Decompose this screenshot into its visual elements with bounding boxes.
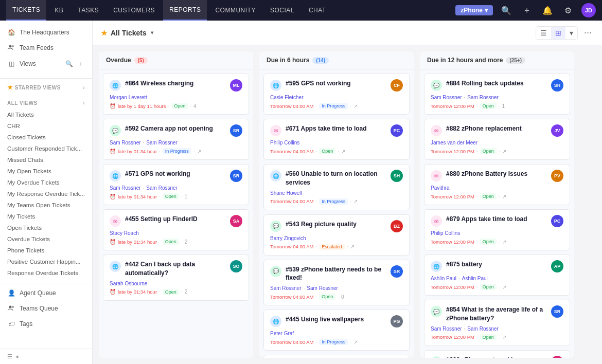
assignee1-name: Sarah Osbourne [110,281,147,286]
card-title: #884 Rolling back updates [446,79,547,88]
svg-point-3 [12,306,14,308]
link-icon[interactable]: ↗ [350,244,355,249]
sidebar-view-item[interactable]: Overdue Tickets [0,233,92,245]
link-icon[interactable]: ↗ [502,334,506,340]
card-header: ✉ #671 Apps take time to load PC [270,124,403,137]
grid-view-button[interactable]: ⊞ [551,27,565,39]
notification-icon[interactable]: 🔔 [540,3,555,17]
sidebar-view-item[interactable]: My Teams Open Tickets [0,199,92,211]
ticket-card[interactable]: 🌐 #595 GPS not working CF Casie Fletcher… [263,74,410,115]
link-icon[interactable]: ↗ [502,284,506,290]
link-icon[interactable]: 1 [502,103,505,109]
ticket-card[interactable]: 💬 #543 Reg picture quality BZ Barry Zing… [263,214,410,256]
sidebar-view-item[interactable]: My Overdue Tickets [0,177,92,188]
ticket-card[interactable]: 🌐 #864 Wireless charging ML Morgan Lever… [103,74,249,115]
ticket-card[interactable]: ✉ #880 zPhone Battery Issues PV Pavithra… [424,164,570,205]
sidebar-view-item[interactable]: Customer Responded Tick... [0,143,92,154]
link-icon[interactable]: ↗ [197,149,201,154]
sidebar-collapse-button[interactable]: ☰ ◂ [0,349,92,364]
ticket-card[interactable]: ✉ #879 Apps take time to load PC Philip … [424,209,570,250]
search-icon[interactable]: 🔍 [499,3,514,17]
list-view-button[interactable]: ☰ [536,27,551,39]
ticket-card[interactable]: 💬 #539 zPhone battery needs to be fixed!… [263,260,410,306]
ticket-card[interactable]: ✉ #455 Setting up FinderID SA Stacy Roac… [103,209,249,250]
meta-dot: · [499,103,500,109]
title-dropdown-icon[interactable]: ▾ [151,30,153,35]
meta-dot: · [476,334,478,340]
link-icon[interactable]: ↗ [353,339,358,345]
link-icon[interactable]: 1 [185,194,188,199]
sidebar-view-item[interactable]: CHR [0,120,92,132]
sidebar-view-item[interactable]: Closed Tickets [0,132,92,143]
sidebar-item-headquarters[interactable]: 🏠 The Headquarters [0,25,92,40]
card-title: #455 Setting up FinderID [125,215,226,224]
link-icon[interactable]: ↗ [502,194,506,199]
nav-item-tasks[interactable]: TASKS [72,0,105,21]
link-icon[interactable]: ↗ [341,149,345,154]
card-meta: ⏰ late by 1 day 11 hours · Open · 4 [110,103,242,109]
ticket-type-icon: ✉ [431,215,442,227]
sidebar-view-item[interactable]: Phone Tickets [0,245,92,256]
nav-item-community[interactable]: COMMUNITY [209,0,262,21]
sidebar-view-item[interactable]: Response Overdue Tickets [0,267,92,279]
link-icon[interactable]: ↗ [502,239,506,245]
ticket-card[interactable]: 🌐 #442 Can I back up data automatically?… [103,254,249,301]
all-views-expand-icon[interactable]: › [83,100,85,106]
sidebar-label-tags: Tags [20,320,32,327]
nav-item-chat[interactable]: CHAT [303,0,332,21]
brand-dropdown[interactable]: zPhone ▾ [455,5,493,15]
kanban-column-due6: Due in 6 hours (14) 🌐 #595 GPS not worki… [259,51,414,358]
sidebar-view-item[interactable]: My Response Overdue Tick... [0,188,92,199]
sidebar-item-team-feeds[interactable]: Team Feeds [0,40,92,56]
ticket-card[interactable]: 💬 #838 zPhone not working NH Nicole Hawk… [424,350,570,358]
link-icon[interactable]: ↗ [502,149,506,154]
starred-expand-icon[interactable]: › [83,85,85,90]
sidebar-view-item[interactable]: Positive Customer Happin... [0,256,92,267]
meta-dot: · [499,334,500,340]
ticket-card[interactable]: ✉ #671 Apps take time to load PC Philip … [263,119,410,160]
sidebar-item-agent-queue[interactable]: 👤 Agent Queue [0,285,92,301]
avatar: SO [230,260,242,272]
link-icon[interactable]: 2 [185,239,188,245]
ticket-card[interactable]: ✉ #882 zPhone replacement JV James van d… [424,119,570,160]
kanban-column-overdue: Overdue (5) 🌐 #864 Wireless charging ML … [99,51,253,358]
ticket-card[interactable]: 💬 #884 Rolling back updates SR Sam Rossn… [424,74,570,115]
ticket-card[interactable]: 🌐 #452 Sending video to another zPhone R… [263,355,410,358]
add-view-button[interactable]: ＋ [76,59,85,68]
sidebar-view-item[interactable]: Missed Chats [0,154,92,166]
sidebar-view-item[interactable]: My Open Tickets [0,166,92,177]
ticket-type-icon: 💬 [431,356,442,358]
starred-views-header: ★ STARRED VIEWS [7,84,61,91]
nav-item-customers[interactable]: CUSTOMERS [107,0,161,21]
nav-item-social[interactable]: SOCIAL [264,0,300,21]
ticket-card[interactable]: 🌐 #560 Unable to turn on location servic… [263,164,410,210]
ticket-card[interactable]: 💬 #854 What is the average life of a zPh… [424,300,570,346]
link-icon[interactable]: 4 [193,103,197,109]
user-avatar[interactable]: JD [581,3,596,17]
view-options-button[interactable]: ▾ [565,27,577,39]
sidebar-item-views[interactable]: ◫ Views 🔍 ＋ [0,56,92,72]
link-icon[interactable]: 2 [185,289,188,295]
link-icon[interactable]: ↗ [353,103,358,109]
sidebar-item-tags[interactable]: 🏷 Tags [0,316,92,332]
add-icon[interactable]: ＋ [520,3,534,17]
sidebar-item-teams-queue[interactable]: Teams Queue [0,301,92,316]
card-header: 🌐 #595 GPS not working CF [270,79,403,92]
link-icon[interactable]: 0 [341,294,344,300]
link-icon[interactable]: ↗ [353,198,358,204]
nav-item-kb[interactable]: KB [48,0,69,21]
ticket-card[interactable]: 🌐 #571 GPS not working SR Sam Rossner · … [103,164,249,205]
ticket-card[interactable]: 💬 #592 Camera app not opening SR Sam Ros… [103,119,249,160]
sidebar-view-item[interactable]: All Tickets [0,109,92,120]
ticket-card[interactable]: 🌐 #445 Using live wallpapers PG Peter Gr… [263,310,410,351]
settings-icon[interactable]: ⚙ [561,3,575,17]
more-options-button[interactable]: ··· [582,25,594,40]
status-badge: In Progress [163,148,191,154]
nav-item-tickets[interactable]: TICKETS [6,0,46,21]
nav-item-reports[interactable]: REPORTS [163,0,207,21]
sidebar-view-item[interactable]: My Tickets [0,211,92,222]
sidebar-label-views: Views [20,60,36,67]
sidebar-view-item[interactable]: Open Tickets [0,222,92,233]
ticket-card[interactable]: 🌐 #875 battery AP Ashlin Paul · Ashlin P… [424,254,570,296]
search-views-button[interactable]: 🔍 [64,59,74,68]
